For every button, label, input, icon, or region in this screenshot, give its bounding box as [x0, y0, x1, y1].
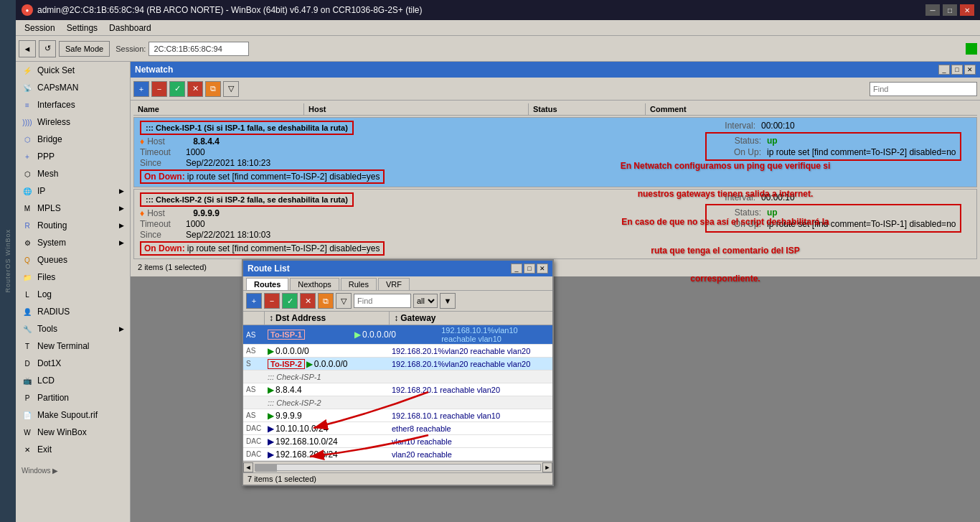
sidebar: ⚡ Quick Set 📡 CAPsMAN ≡ Interfaces )))) …	[16, 62, 131, 522]
netwatch-filter-btn[interactable]: ▽	[223, 81, 239, 97]
tab-routes[interactable]: Routes	[246, 278, 288, 290]
annotation-line1: En Netwatch configuramos un ping que ver…	[621, 161, 831, 171]
sidebar-item-files[interactable]: 📁 Files	[16, 269, 130, 286]
nw-col-host: Host	[304, 103, 529, 115]
sidebar-item-mpls[interactable]: M MPLS ▶	[16, 200, 130, 217]
app-icon: ●	[22, 4, 33, 16]
sidebar-item-mesh[interactable]: ⬡ Mesh	[16, 165, 130, 182]
netwatch-find-input[interactable]	[870, 82, 977, 96]
sidebar-item-capsman[interactable]: 📡 CAPsMAN	[16, 79, 130, 96]
col-hdr-gw: ↕ Gateway	[390, 312, 552, 325]
sidebar-item-ip[interactable]: 🌐 IP ▶	[16, 182, 130, 200]
ondown1-value: ip route set [find comment=To-ISP-2] dis…	[187, 172, 380, 182]
sidebar-item-partition[interactable]: P Partition	[16, 389, 130, 406]
row2-icon: ▶	[268, 346, 274, 356]
netwatch-minimize-btn[interactable]: _	[938, 65, 950, 75]
sidebar-item-lcd[interactable]: 📺 LCD	[16, 372, 130, 389]
sidebar-item-newwinbox[interactable]: W New WinBox	[16, 424, 130, 441]
watermark-text: RouterOS WinBox	[4, 229, 11, 293]
check-isp2-label: ::: Check-ISP-2	[265, 398, 389, 408]
sidebar-item-ppp[interactable]: + PPP	[16, 148, 130, 165]
gw-sort-icon: ↕	[394, 313, 398, 323]
row3-icon: ▶	[306, 359, 313, 369]
safemode-button[interactable]: Safe Mode	[59, 41, 110, 57]
col-hdr-dst: ↕ Dst Address	[265, 312, 390, 325]
table-row[interactable]: DAC ▶ 192.168.20.0/24 vlan20 reachable	[243, 448, 552, 461]
sidebar-item-tools[interactable]: 🔧 Tools ▶	[16, 320, 130, 337]
sidebar-item-queues[interactable]: Q Queues	[16, 251, 130, 269]
menu-dashboard[interactable]: Dashboard	[103, 22, 157, 34]
sidebar-item-quickset[interactable]: ⚡ Quick Set	[16, 62, 130, 79]
sidebar-item-radius[interactable]: 👤 RADIUS	[16, 303, 130, 320]
sidebar-item-dot1x[interactable]: D Dot1X	[16, 355, 130, 372]
rl-filter-select[interactable]: all	[413, 294, 438, 308]
sidebar-label-quickset: Quick Set	[37, 65, 75, 75]
row3-gw: 192.168.20.1%vlan20 reachable vlan20	[389, 359, 552, 369]
rl-more-btn[interactable]: ▼	[440, 293, 456, 309]
route-table-container: ↕ Dst Address ↕ Gateway AS To-ISP-1	[243, 312, 552, 461]
maximize-button[interactable]: □	[943, 4, 957, 16]
sidebar-item-exit[interactable]: ✕ Exit	[16, 441, 130, 458]
table-row[interactable]: AS ▶ 9.9.9.9 192.168.10.1 reachable vlan…	[243, 409, 552, 422]
annotation-line5: correspondiente.	[690, 274, 760, 284]
rl-add-btn[interactable]: +	[246, 293, 262, 309]
table-row[interactable]: AS ▶ 0.0.0.0/0 192.168.20.1%vlan20 reach…	[243, 345, 552, 358]
routelist-scrollbar[interactable]: ◄ ►	[243, 461, 552, 472]
tab-rules[interactable]: Rules	[341, 278, 377, 290]
tab-nexthops[interactable]: Nexthops	[290, 278, 339, 290]
netwatch-disable-btn[interactable]: ✕	[187, 81, 203, 97]
sidebar-item-log[interactable]: L Log	[16, 286, 130, 303]
minimize-button[interactable]: ─	[925, 4, 940, 16]
host2-label: Host	[147, 208, 190, 218]
tools-expand-arrow: ▶	[119, 325, 124, 332]
scroll-right-btn[interactable]: ►	[542, 462, 552, 472]
since2-value: Sep/22/2021 18:10:03	[186, 230, 270, 240]
sidebar-item-newterminal[interactable]: T New Terminal	[16, 337, 130, 355]
sidebar-item-bridge[interactable]: ⬡ Bridge	[16, 131, 130, 148]
rl-find-input[interactable]	[354, 294, 411, 308]
rl-filter-btn[interactable]: ▽	[336, 293, 352, 309]
row6-label: DAC	[243, 424, 265, 433]
netwatch-maximize-btn[interactable]: □	[951, 65, 963, 75]
rl-copy-btn[interactable]: ⧉	[318, 293, 334, 309]
sidebar-item-makesupout[interactable]: 📄 Make Supout.rif	[16, 406, 130, 424]
sidebar-item-interfaces[interactable]: ≡ Interfaces	[16, 96, 130, 113]
table-row[interactable]: AS To-ISP-1 ▶ 0.0.0.0/0 192.168.10.1%vla…	[243, 325, 552, 345]
row8-dst: ▶ 192.168.20.0/24	[265, 449, 389, 460]
sidebar-item-routing[interactable]: R Routing ▶	[16, 217, 130, 234]
tab-vrf[interactable]: VRF	[378, 278, 410, 290]
sidebar-item-wireless[interactable]: )))) Wireless	[16, 113, 130, 131]
netwatch-enable-btn[interactable]: ✓	[169, 81, 185, 97]
interfaces-icon: ≡	[22, 99, 33, 111]
sidebar-item-system[interactable]: ⚙ System ▶	[16, 234, 130, 251]
close-button[interactable]: ✕	[960, 4, 974, 16]
table-row[interactable]: DAC ▶ 10.10.10.0/24 ether8 reachable	[243, 422, 552, 435]
table-row[interactable]: AS ▶ 8.8.4.4 192.168.20.1 reachable vlan…	[243, 383, 552, 396]
netwatch-remove-btn[interactable]: −	[151, 81, 167, 97]
netwatch-copy-btn[interactable]: ⧉	[205, 81, 221, 97]
timeout2-value: 1000	[186, 219, 205, 229]
scroll-left-btn[interactable]: ◄	[243, 462, 253, 472]
menu-settings[interactable]: Settings	[61, 22, 103, 34]
back-button[interactable]: ◄	[19, 40, 36, 57]
routelist-minimize-btn[interactable]: _	[511, 264, 522, 274]
table-row[interactable]: DAC ▶ 192.168.10.0/24 vlan10 reachable	[243, 435, 552, 448]
routelist-maximize-btn[interactable]: □	[524, 264, 535, 274]
table-row[interactable]: S To-ISP-2 ▶ 0.0.0.0/0 192.168.20.1%vlan…	[243, 358, 552, 370]
route-table-header: ↕ Dst Address ↕ Gateway	[243, 312, 552, 325]
rl-enable-btn[interactable]: ✓	[282, 293, 298, 309]
menu-session[interactable]: Session	[19, 22, 61, 34]
refresh-button[interactable]: ↺	[39, 40, 56, 57]
sidebar-label-bridge: Bridge	[37, 134, 62, 144]
scroll-track[interactable]	[255, 464, 541, 471]
sidebar-label-newwinbox: New WinBox	[37, 427, 87, 437]
rl-remove-btn[interactable]: −	[264, 293, 280, 309]
rl-disable-btn[interactable]: ✕	[300, 293, 316, 309]
connection-indicator	[966, 43, 977, 55]
netwatch-add-btn[interactable]: +	[133, 81, 149, 97]
netwatch-close-btn[interactable]: ✕	[964, 65, 976, 75]
dot1x-icon: D	[22, 358, 33, 369]
sidebar-label-makesupout: Make Supout.rif	[37, 410, 98, 420]
routelist-close-btn[interactable]: ✕	[537, 264, 548, 274]
annotation-line4: ruta que tenga el comentario del ISP	[651, 246, 799, 256]
